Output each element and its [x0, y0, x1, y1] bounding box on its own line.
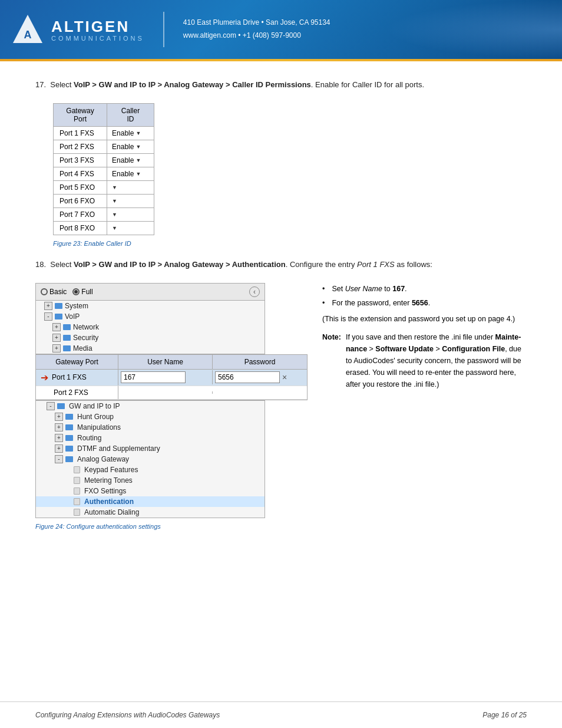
tree-item[interactable]: +Manipulations — [36, 422, 265, 433]
tree-item[interactable]: +Media — [36, 343, 265, 354]
auth-section: Basic Full ‹ +System-VoIP+Network+Securi… — [35, 283, 527, 542]
username-label: User Name — [345, 285, 382, 293]
caller-id-cell: ▼ — [107, 194, 154, 207]
radio-full[interactable]: Full — [72, 288, 92, 296]
table-row: Port 8 FXO — [54, 221, 107, 235]
selected-row-arrow-icon: ➔ — [41, 372, 48, 383]
caller-id-cell: ▼ — [107, 207, 154, 221]
auth-left-panel: Basic Full ‹ +System-VoIP+Network+Securi… — [35, 283, 308, 542]
footer-right: Page 16 of 25 — [482, 711, 527, 719]
dropdown-arrow-icon[interactable]: ▼ — [135, 157, 141, 163]
nav-panel: Basic Full ‹ +System-VoIP+Network+Securi… — [35, 283, 265, 354]
tree-item[interactable]: +DTMF and Supplementary — [36, 443, 265, 454]
folder-icon — [65, 414, 73, 420]
tree-item[interactable]: Metering Tones — [36, 475, 265, 486]
tree-item[interactable]: Authentication — [36, 496, 265, 507]
tree-item[interactable]: Automatic Dialing — [36, 507, 265, 518]
tree-item[interactable]: +System — [36, 301, 265, 311]
clear-password-button[interactable]: × — [282, 373, 287, 382]
folder-icon — [65, 446, 73, 452]
panel-header: Basic Full ‹ — [36, 284, 265, 301]
table-row: Port 6 FXO — [54, 194, 107, 207]
tree-item[interactable]: +Routing — [36, 433, 265, 443]
folder-icon — [65, 435, 73, 441]
username-value: 167 — [392, 285, 405, 293]
page-icon — [74, 466, 80, 473]
table-row: Port 3 FXS — [54, 153, 107, 167]
step18-entry: Port 1 FXS — [357, 260, 395, 269]
col-gateway-port-header: Gateway Port — [36, 355, 118, 369]
footer: Configuring Analog Extensions with Audio… — [0, 701, 562, 728]
tree-item[interactable]: Keypad Features — [36, 465, 265, 475]
col-user-header: User Name — [118, 355, 213, 369]
tree-item[interactable]: -VoIP — [36, 311, 265, 322]
tree-item[interactable]: -Analog Gateway — [36, 454, 265, 465]
caller-id-cell: ▼ — [107, 180, 154, 194]
dropdown-arrow-icon[interactable]: ▼ — [112, 198, 117, 204]
tree-item[interactable]: -GW and IP to IP — [36, 401, 265, 411]
sub-panel: -GW and IP to IP+Hunt Group+Manipulation… — [35, 400, 265, 518]
folder-icon — [65, 456, 73, 462]
col-caller-id: CallerID — [107, 103, 154, 126]
svg-text:A: A — [24, 29, 32, 41]
step18-path: VoIP > GW and IP to IP > Analog Gateway … — [74, 260, 286, 269]
tree-item[interactable]: +Network — [36, 322, 265, 332]
table-row: Port 4 FXS — [54, 167, 107, 180]
password-value: 5656 — [412, 299, 428, 307]
page-icon — [74, 477, 80, 484]
instruction-bullets: Set User Name to 167. For the password, … — [322, 283, 527, 310]
tree-item[interactable]: FXO Settings — [36, 486, 265, 496]
auth-table: Gateway Port User Name Password ➔Port 1 … — [35, 354, 308, 400]
auth-table-header: Gateway Port User Name Password — [36, 355, 307, 370]
radio-basic[interactable]: Basic — [41, 288, 67, 296]
company-name: ALTIGEN — [51, 18, 130, 36]
logo-icon: A — [12, 14, 44, 46]
folder-icon — [63, 324, 71, 330]
division-name: COMMUNICATIONS — [51, 35, 144, 42]
folder-icon — [65, 424, 73, 430]
header: A ALTIGEN COMMUNICATIONS 410 East Plumer… — [0, 0, 562, 59]
radio-full-circle[interactable] — [72, 288, 80, 295]
note-text: If you save and then restore the .ini fi… — [346, 331, 527, 390]
dropdown-arrow-icon[interactable]: ▼ — [112, 185, 117, 190]
radio-basic-circle[interactable] — [41, 288, 48, 295]
auth-table-row: Port 2 FXS — [36, 386, 307, 400]
col-gateway-port: GatewayPort — [54, 103, 107, 126]
folder-icon — [63, 335, 71, 341]
caller-id-cell: Enable▼ — [107, 126, 154, 140]
table-row: Port 7 FXO — [54, 207, 107, 221]
footer-left: Configuring Analog Extensions with Audio… — [35, 711, 220, 719]
logo: A ALTIGEN COMMUNICATIONS 410 East Plumer… — [12, 12, 330, 47]
username-input[interactable] — [121, 371, 186, 383]
password-input[interactable] — [215, 371, 280, 383]
folder-icon — [55, 303, 62, 309]
note-block: Note: If you save and then restore the .… — [322, 331, 527, 390]
dropdown-arrow-icon[interactable]: ▼ — [135, 144, 141, 150]
paren-note: (This is the extension and password you … — [322, 313, 527, 325]
step17-instruction: 17. Select VoIP > GW and IP to IP > Anal… — [35, 79, 527, 91]
col-pass-header: Password — [213, 355, 307, 369]
main-content: 17. Select VoIP > GW and IP to IP > Anal… — [0, 61, 562, 562]
header-contact: 410 East Plumeria Drive • San Jose, CA 9… — [183, 17, 330, 42]
radio-basic-label: Basic — [49, 288, 67, 296]
tree-item[interactable]: +Hunt Group — [36, 411, 265, 422]
table-row: Port 1 FXS — [54, 126, 107, 140]
caller-id-cell: Enable▼ — [107, 153, 154, 167]
auth-table-row: ➔Port 1 FXS× — [36, 370, 307, 386]
table-row: Port 5 FXO — [54, 180, 107, 194]
caller-id-cell: Enable▼ — [107, 167, 154, 180]
tree-item[interactable]: +Security — [36, 332, 265, 343]
caller-id-table: GatewayPort CallerID Port 1 FXSEnable▼Po… — [53, 103, 154, 235]
dropdown-arrow-icon[interactable]: ▼ — [135, 130, 141, 136]
collapse-button[interactable]: ‹ — [249, 286, 260, 297]
dropdown-arrow-icon[interactable]: ▼ — [112, 212, 117, 218]
bullet-password: For the password, enter 5656. — [322, 297, 527, 309]
folder-icon — [55, 314, 62, 319]
folder-icon — [63, 345, 71, 351]
page-icon — [74, 498, 80, 505]
table-row: Port 2 FXS — [54, 140, 107, 153]
dropdown-arrow-icon[interactable]: ▼ — [112, 225, 117, 231]
header-divider — [163, 12, 164, 47]
auth-instructions: Set User Name to 167. For the password, … — [322, 283, 527, 391]
dropdown-arrow-icon[interactable]: ▼ — [135, 171, 141, 177]
